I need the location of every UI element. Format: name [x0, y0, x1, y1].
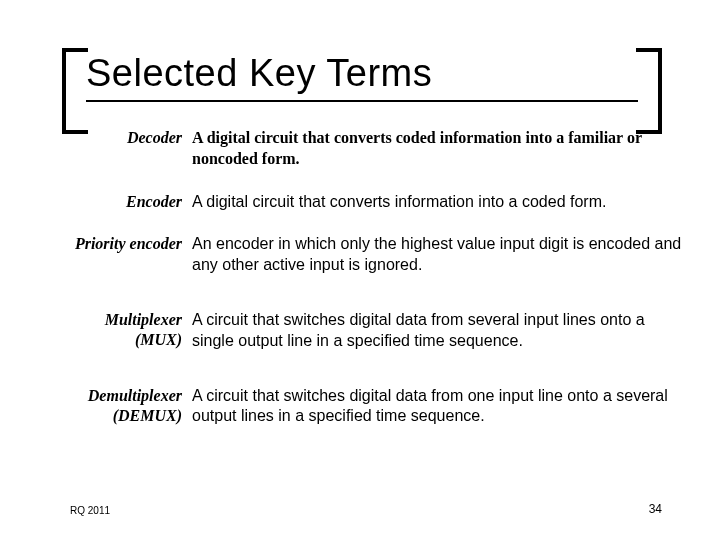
page-number: 34: [649, 502, 662, 516]
term-label-demux-main: Demultiplexer: [88, 387, 182, 404]
title-underline: [86, 100, 638, 102]
bracket-right-icon: [636, 48, 662, 134]
term-definition-mux: A circuit that switches digital data fro…: [192, 310, 682, 352]
term-label-encoder: Encoder: [30, 192, 192, 212]
term-row-mux: Multiplexer (MUX) A circuit that switche…: [30, 310, 682, 352]
term-label-decoder: Decoder: [30, 128, 192, 148]
term-row-decoder: Decoder A digital circuit that converts …: [30, 128, 682, 170]
slide: Selected Key Terms Decoder A digital cir…: [0, 0, 720, 540]
term-label-demux: Demultiplexer (DEMUX): [30, 386, 192, 426]
footer-credit: RQ 2011: [70, 505, 110, 516]
term-row-encoder: Encoder A digital circuit that converts …: [30, 192, 682, 213]
term-definition-priority: An encoder in which only the highest val…: [192, 234, 682, 276]
term-label-mux-main: Multiplexer: [105, 311, 182, 328]
term-label-mux: Multiplexer (MUX): [30, 310, 192, 350]
term-definition-demux: A circuit that switches digital data fro…: [192, 386, 682, 428]
page-title: Selected Key Terms: [86, 52, 432, 95]
term-label-mux-sub: (MUX): [30, 330, 182, 350]
term-label-priority: Priority encoder: [30, 234, 192, 254]
term-row-demux: Demultiplexer (DEMUX) A circuit that swi…: [30, 386, 682, 428]
bracket-left-icon: [62, 48, 88, 134]
definitions-list: Decoder A digital circuit that converts …: [30, 128, 682, 449]
title-area: Selected Key Terms: [62, 58, 662, 128]
term-row-priority: Priority encoder An encoder in which onl…: [30, 234, 682, 276]
term-label-demux-sub: (DEMUX): [30, 406, 182, 426]
term-definition-decoder: A digital circuit that converts coded in…: [192, 128, 682, 170]
term-definition-encoder: A digital circuit that converts informat…: [192, 192, 682, 213]
